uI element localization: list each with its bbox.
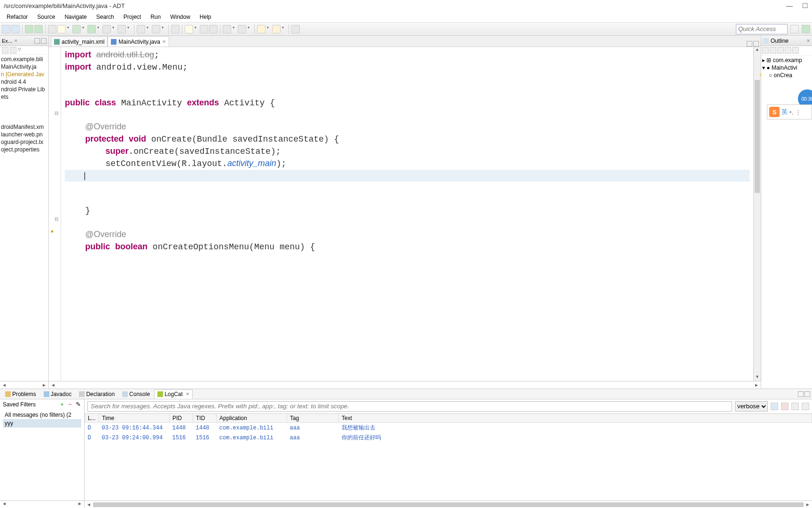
run-last-icon[interactable] xyxy=(102,25,111,33)
menu-project[interactable]: Project xyxy=(119,13,146,21)
hide-fields-icon[interactable] xyxy=(770,47,776,54)
tree-node[interactable]: ndroid Private Lib xyxy=(0,86,48,93)
new-class-icon[interactable] xyxy=(152,25,160,33)
tab-javadoc[interactable]: Javadoc xyxy=(40,389,75,399)
outline-tree[interactable]: ▸ ⊞ com.examp ▾ ● MainActivi ○ onCrea xyxy=(761,56,812,80)
outline-node[interactable]: ▾ ● MainActivi xyxy=(762,64,811,71)
tree-node[interactable]: n [Generated Jav xyxy=(0,71,48,78)
fold-icon[interactable]: ⊟ xyxy=(55,216,58,222)
tab-declaration[interactable]: Declaration xyxy=(76,389,118,399)
close-outline-icon[interactable]: ✕ xyxy=(806,38,810,43)
add-filter-icon[interactable]: + xyxy=(59,401,65,408)
toggle-mark-icon[interactable] xyxy=(200,25,208,33)
save-log-icon[interactable] xyxy=(771,403,778,410)
back-icon[interactable] xyxy=(257,25,265,33)
minimize-view-icon[interactable] xyxy=(798,391,804,397)
tree-node[interactable]: launcher-web.pn xyxy=(0,131,48,138)
tree-node[interactable]: oject.properties xyxy=(0,146,48,153)
new-package-icon[interactable] xyxy=(137,25,145,33)
editor-gutter[interactable]: ⊟ ▲ ⊟ xyxy=(49,47,61,381)
editor-vscroll[interactable]: ▲ ▼ xyxy=(753,47,761,381)
log-row[interactable]: D03-23 09:24:00.99415161516com.example.b… xyxy=(85,433,812,443)
outline-node[interactable]: ○ onCrea xyxy=(762,71,811,79)
editor-tab-java[interactable]: MainActivity.java ✕ xyxy=(108,36,169,47)
logcat-search-input[interactable] xyxy=(87,401,732,412)
ime-bar[interactable]: S 英 •, ⋮ xyxy=(767,104,812,119)
code-editor[interactable]: import android.util.Log; import android.… xyxy=(61,47,753,381)
minimize-editor-icon[interactable] xyxy=(747,41,752,47)
col-tid[interactable]: TID xyxy=(193,414,217,423)
filter-hscroll[interactable]: ◄► xyxy=(0,500,84,508)
pin-icon[interactable] xyxy=(291,25,300,33)
hide-static-icon[interactable] xyxy=(777,47,784,54)
tab-logcat[interactable]: LogCat✕ xyxy=(154,389,193,399)
tree-node[interactable]: oguard-project.tx xyxy=(0,138,48,146)
tree-node[interactable] xyxy=(0,108,48,116)
remove-filter-icon[interactable]: − xyxy=(67,401,73,408)
maximize-icon[interactable]: ☐ xyxy=(802,2,808,9)
next-annotation-icon[interactable] xyxy=(223,25,231,33)
filter-list[interactable]: All messages (no filters) (2 yyy xyxy=(0,410,84,500)
ime-menu-icon[interactable]: ⋮ xyxy=(795,109,801,116)
close-icon[interactable]: ✕ xyxy=(186,391,189,397)
tree-node[interactable]: droidManifest.xm xyxy=(0,123,48,131)
new-icon[interactable] xyxy=(57,25,66,33)
save-icon[interactable] xyxy=(2,25,10,33)
col-app[interactable]: Application xyxy=(217,414,287,423)
debug-icon[interactable] xyxy=(72,25,81,33)
hide-nonpublic-icon[interactable] xyxy=(785,47,791,54)
forward-icon[interactable] xyxy=(272,25,281,33)
tab-problems[interactable]: Problems xyxy=(2,389,39,399)
menu-source[interactable]: Source xyxy=(32,13,60,21)
collapse-all-icon[interactable] xyxy=(2,47,8,54)
explorer-hscroll[interactable]: ◄► xyxy=(0,381,48,389)
search-icon[interactable] xyxy=(185,25,193,33)
menu-refactor[interactable]: Refactor xyxy=(2,13,32,21)
explorer-tree[interactable]: com.example.bili MainActivity.ja n [Gene… xyxy=(0,55,48,381)
hide-local-icon[interactable] xyxy=(792,47,799,54)
minimize-view-icon[interactable] xyxy=(34,38,40,44)
ime-widget[interactable]: 00:36 S 英 •, ⋮ xyxy=(767,89,812,122)
editor-tab-xml[interactable]: activity_main.xml xyxy=(51,36,108,47)
lint-icon[interactable] xyxy=(48,25,56,33)
fold-icon[interactable]: ⊟ xyxy=(55,111,58,116)
col-level[interactable]: L... xyxy=(85,414,99,423)
tree-node[interactable]: ndroid 4.4 xyxy=(0,78,48,86)
sort-icon[interactable] xyxy=(762,47,769,54)
view-menu-icon[interactable]: ▽ xyxy=(18,47,21,53)
maximize-view-icon[interactable] xyxy=(41,38,47,44)
tree-node[interactable]: ets xyxy=(0,93,48,101)
col-time[interactable]: Time xyxy=(99,414,170,423)
sogou-logo-icon[interactable]: S xyxy=(769,107,780,117)
android-sdk-icon[interactable] xyxy=(25,25,33,33)
overview-warning-marker[interactable] xyxy=(760,73,761,76)
tab-console[interactable]: Console xyxy=(119,389,153,399)
ime-language[interactable]: 英 xyxy=(781,108,788,116)
maximize-editor-icon[interactable] xyxy=(753,41,759,47)
logcat-table[interactable]: L... Time PID TID Application Tag Text D… xyxy=(85,413,812,500)
filter-row[interactable]: yyy xyxy=(3,419,81,428)
tree-node[interactable] xyxy=(0,101,48,108)
prev-annotation-icon[interactable] xyxy=(238,25,246,33)
menu-navigate[interactable]: Navigate xyxy=(60,13,91,21)
menu-help[interactable]: Help xyxy=(195,13,216,21)
col-pid[interactable]: PID xyxy=(170,414,193,423)
display-settings-icon[interactable] xyxy=(791,403,799,410)
explorer-tab-label[interactable]: Ex... xyxy=(2,38,12,44)
link-editor-icon[interactable] xyxy=(10,47,16,54)
menu-run[interactable]: Run xyxy=(146,13,165,21)
editor-hscroll[interactable]: ◄► xyxy=(49,381,761,389)
avd-icon[interactable] xyxy=(34,25,43,33)
toggle-block-icon[interactable] xyxy=(209,25,218,33)
open-type-icon[interactable] xyxy=(171,25,180,33)
run-icon[interactable] xyxy=(87,25,96,33)
tree-node[interactable]: MainActivity.ja xyxy=(0,63,48,71)
open-perspective-icon[interactable] xyxy=(790,25,799,33)
logcat-hscroll[interactable]: ◄► xyxy=(85,500,812,508)
filter-row[interactable]: All messages (no filters) (2 xyxy=(3,411,81,419)
maximize-view-icon[interactable] xyxy=(804,391,810,397)
col-text[interactable]: Text xyxy=(339,414,812,423)
menu-search[interactable]: Search xyxy=(92,13,119,21)
java-perspective-icon[interactable] xyxy=(802,25,810,33)
clear-log-icon[interactable] xyxy=(781,403,789,410)
